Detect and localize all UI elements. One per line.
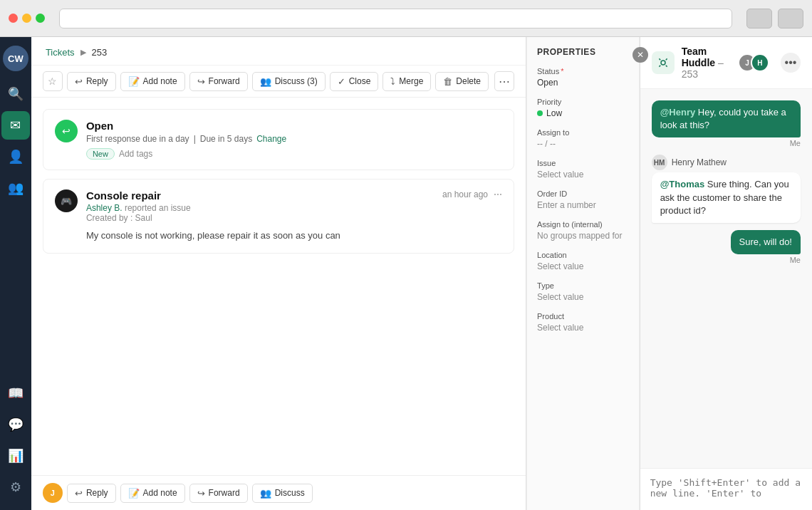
more-options-button[interactable]: ⋯ bbox=[494, 71, 514, 91]
prop-assignto: Assign to -- / -- bbox=[537, 128, 629, 149]
prop-issue: Issue Select value bbox=[537, 159, 629, 179]
huddle-title-text: Team Huddle bbox=[682, 46, 715, 68]
prop-priority-value[interactable]: Low bbox=[537, 108, 629, 118]
breadcrumb-number: 253 bbox=[92, 47, 108, 58]
prop-product-value[interactable]: Select value bbox=[537, 323, 629, 333]
avatar: CW bbox=[3, 46, 28, 71]
window-btn-1[interactable] bbox=[746, 9, 772, 28]
addnote-button[interactable]: 📝 Add note bbox=[120, 72, 185, 91]
discuss-icon: 👥 bbox=[260, 76, 271, 87]
titlebar bbox=[0, 0, 812, 37]
minimize-window-button[interactable] bbox=[22, 14, 31, 23]
reply-button[interactable]: ↩ Reply bbox=[67, 72, 116, 91]
prop-location-value[interactable]: Select value bbox=[537, 261, 629, 271]
discuss-button[interactable]: 👥 Discuss (3) bbox=[252, 72, 326, 91]
huddle-more-button[interactable]: ••• bbox=[781, 53, 801, 73]
toolbar: ☆ ↩ Reply 📝 Add note ↪ Forward 👥 Discuss… bbox=[31, 66, 526, 98]
close-ticket-button[interactable]: ✓ Close bbox=[330, 72, 379, 91]
chat-area: @Henry Hey, could you take a look at thi… bbox=[640, 89, 812, 468]
bottom-reply-button[interactable]: ↩ Reply bbox=[67, 484, 116, 503]
huddle-close-button[interactable]: ✕ bbox=[633, 47, 648, 63]
prop-assignto-value[interactable]: -- / -- bbox=[537, 139, 629, 149]
bottom-addnote-button[interactable]: 📝 Add note bbox=[120, 484, 185, 503]
chat-icon: 💬 bbox=[8, 417, 24, 432]
prop-status-label: Status * bbox=[537, 67, 629, 76]
issue-title: Console repair bbox=[86, 189, 434, 202]
issue-card: 🎮 Console repair Ashley B. reported an i… bbox=[43, 179, 514, 254]
status-title: Open bbox=[86, 120, 502, 132]
due-text: Due in 5 days bbox=[200, 134, 252, 144]
huddle-header: Team Huddle – 253 J H ••• bbox=[640, 37, 812, 89]
chat-bubble-3: Sure, will do! bbox=[731, 230, 801, 254]
prop-status-value[interactable]: Open bbox=[537, 78, 629, 88]
discuss-label: Discuss (3) bbox=[275, 76, 318, 86]
forward-button[interactable]: ↪ Forward bbox=[189, 72, 248, 91]
merge-button[interactable]: ⤵ Merge bbox=[382, 72, 431, 91]
maximize-window-button[interactable] bbox=[36, 14, 45, 23]
sidebar-item-contacts[interactable]: 👤 bbox=[1, 142, 30, 171]
titlebar-search[interactable] bbox=[59, 9, 732, 28]
huddle-avatar-h: H bbox=[751, 53, 769, 72]
forward-label: Forward bbox=[209, 76, 240, 86]
issue-more-button[interactable]: ⋯ bbox=[494, 189, 502, 199]
sidebar-item-tickets[interactable]: ✉ bbox=[1, 111, 30, 140]
close-window-button[interactable] bbox=[9, 14, 18, 23]
titlebar-window-controls bbox=[746, 9, 803, 28]
breadcrumb-tickets-link[interactable]: Tickets bbox=[46, 47, 75, 58]
bottom-addnote-label: Add note bbox=[143, 488, 177, 498]
reply-label: Reply bbox=[86, 76, 108, 86]
contacts-icon: 👤 bbox=[8, 149, 24, 165]
sidebar-item-reports[interactable]: 📊 bbox=[1, 442, 30, 470]
delete-button[interactable]: 🗑 Delete bbox=[435, 72, 489, 91]
sidebar-item-teams[interactable]: 👥 bbox=[1, 174, 30, 202]
issue-time: an hour ago bbox=[442, 189, 488, 199]
status-card: ↩ Open First response due in a day | Due… bbox=[43, 109, 514, 170]
prop-assignto-internal-label: Assign to (internal) bbox=[537, 220, 629, 229]
new-tag: New bbox=[86, 148, 115, 160]
issue-header: 🎮 Console repair Ashley B. reported an i… bbox=[55, 189, 502, 223]
window-btn-2[interactable] bbox=[778, 9, 803, 28]
huddle-avatars: J H bbox=[738, 53, 769, 72]
breadcrumb-arrow: ▶ bbox=[80, 48, 86, 57]
add-tags-link[interactable]: Add tags bbox=[119, 149, 152, 159]
huddle-more-icon: ••• bbox=[785, 56, 797, 69]
sidebar-item-kb[interactable]: 📖 bbox=[1, 379, 30, 407]
properties-title: PROPERTIES bbox=[537, 47, 629, 57]
prop-type-value[interactable]: Select value bbox=[537, 292, 629, 302]
merge-label: Merge bbox=[399, 76, 423, 86]
properties-panel: PROPERTIES Status * Open Priority Low As… bbox=[526, 37, 640, 510]
sidebar: CW 🔍 ✉ 👤 👥 📖 💬 📊 ⚙ bbox=[0, 37, 31, 510]
prop-orderid: Order ID Enter a number bbox=[537, 189, 629, 210]
bottom-discuss-button[interactable]: 👥 Discuss bbox=[252, 484, 313, 503]
chat-bubble-2: @Thomas Sure thing. Can you ask the cust… bbox=[652, 172, 801, 223]
bottom-forward-button[interactable]: ↪ Forward bbox=[189, 484, 248, 503]
prop-type: Type Select value bbox=[537, 281, 629, 302]
traffic-lights bbox=[9, 14, 45, 23]
sidebar-item-chat[interactable]: 💬 bbox=[1, 410, 30, 439]
huddle-icon bbox=[652, 51, 675, 74]
open-arrow-icon: ↩ bbox=[62, 125, 71, 137]
prop-orderid-value[interactable]: Enter a number bbox=[537, 200, 629, 210]
prop-issue-value[interactable]: Select value bbox=[537, 170, 629, 179]
prop-assignto-label: Assign to bbox=[537, 128, 629, 137]
prop-issue-label: Issue bbox=[537, 159, 629, 167]
priority-text: Low bbox=[546, 108, 562, 118]
issue-body: My console is not working, please repair… bbox=[55, 229, 502, 243]
reporter-link[interactable]: Ashley B. bbox=[86, 203, 123, 213]
prop-assignto-internal-value[interactable]: No groups mapped for bbox=[537, 231, 629, 241]
delete-icon: 🗑 bbox=[443, 76, 452, 87]
bottom-reply-icon: ↩ bbox=[75, 488, 83, 499]
sidebar-item-settings[interactable]: ⚙ bbox=[1, 473, 30, 501]
prop-priority: Priority Low bbox=[537, 98, 629, 118]
chat-input[interactable] bbox=[650, 477, 802, 499]
chat-meta-1: Me bbox=[790, 139, 801, 147]
bottom-addnote-icon: 📝 bbox=[128, 488, 140, 499]
sidebar-item-search[interactable]: 🔍 bbox=[1, 80, 30, 108]
sender-name-henry: Henry Mathew bbox=[672, 157, 727, 167]
status-open-icon: ↩ bbox=[55, 120, 78, 142]
star-button[interactable]: ☆ bbox=[43, 71, 63, 91]
huddle-panel: ✕ Team Huddle – 253 J H ••• bbox=[640, 37, 812, 510]
issue-submeta: Ashley B. reported an issue Created by :… bbox=[86, 203, 434, 223]
book-icon: 📖 bbox=[8, 385, 24, 401]
change-link[interactable]: Change bbox=[256, 134, 286, 144]
